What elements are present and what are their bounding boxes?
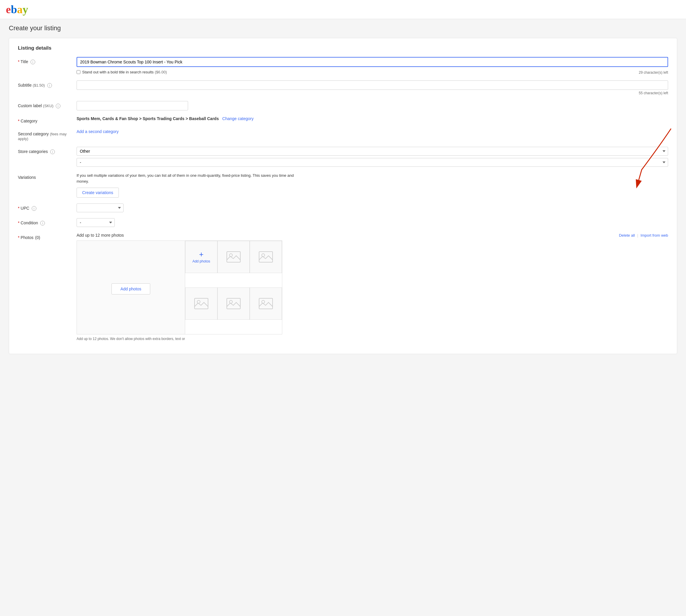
custom-label-info-icon[interactable]: i bbox=[56, 104, 61, 108]
condition-info-icon[interactable]: i bbox=[40, 221, 45, 225]
category-required-star: * bbox=[18, 118, 19, 123]
svg-point-2 bbox=[229, 254, 232, 257]
upc-row: * UPC i Does not apply bbox=[18, 203, 668, 212]
title-required-star: * bbox=[18, 59, 19, 64]
title-info-icon[interactable]: i bbox=[30, 60, 35, 64]
upc-dropdown[interactable]: Does not apply bbox=[76, 203, 123, 212]
upc-info-icon[interactable]: i bbox=[32, 206, 37, 211]
variations-label-text: Variations bbox=[18, 175, 36, 180]
svg-point-4 bbox=[262, 254, 265, 257]
condition-dropdown[interactable]: - New Like New Very Good Good Acceptable bbox=[76, 218, 115, 227]
svg-rect-3 bbox=[259, 251, 273, 262]
photos-label-text: Photos bbox=[21, 235, 33, 240]
logo-letter-y: y bbox=[23, 3, 28, 16]
add-photos-main-button[interactable]: Add photos bbox=[112, 283, 151, 294]
photo-thumb-1[interactable] bbox=[218, 241, 250, 273]
condition-required-star: * bbox=[18, 220, 19, 225]
import-from-web-link[interactable]: Import from web bbox=[641, 233, 668, 238]
store-categories-field: Other - bbox=[76, 147, 668, 167]
title-label-text: Title bbox=[21, 59, 28, 64]
photo-thumb-2[interactable] bbox=[250, 241, 282, 273]
logo-letter-e: e bbox=[6, 3, 11, 16]
photo-placeholder-icon-3 bbox=[194, 298, 209, 309]
logo-letter-b: b bbox=[11, 3, 17, 16]
upc-label-text: UPC bbox=[21, 206, 29, 211]
photo-thumb-add[interactable]: + Add photos bbox=[185, 241, 218, 273]
bold-title-price: ($6.00) bbox=[155, 70, 167, 74]
subtitle-chars-left: 55 character(s) left bbox=[76, 91, 668, 95]
second-category-row: Second category (fees may apply) Add a s… bbox=[18, 129, 668, 141]
custom-label-text: Custom label bbox=[18, 103, 42, 108]
photo-thumb-5[interactable] bbox=[250, 287, 282, 320]
variations-label: Variations bbox=[18, 173, 76, 180]
delete-all-link[interactable]: Delete all bbox=[619, 233, 635, 238]
subtitle-input[interactable] bbox=[76, 81, 668, 90]
photos-count: (0) bbox=[35, 235, 40, 240]
store-category-dropdown-1[interactable]: Other bbox=[76, 147, 668, 156]
store-categories-label-text: Store categories bbox=[18, 149, 48, 154]
bold-title-row: Stand out with a bold title in search re… bbox=[76, 69, 668, 74]
create-variations-button[interactable]: Create variations bbox=[76, 188, 119, 198]
logo-letter-a: a bbox=[17, 3, 23, 16]
photo-thumbnails-grid: + Add photos bbox=[185, 240, 282, 334]
photos-label: * Photos (0) bbox=[18, 233, 76, 240]
condition-label-text: Condition bbox=[21, 220, 38, 225]
header: e b a y bbox=[0, 0, 686, 19]
photos-header: Add up to 12 more photos Delete all | Im… bbox=[76, 233, 668, 238]
category-label: * Category bbox=[18, 116, 76, 123]
title-row: * Title i Stand out with a bold title in… bbox=[18, 57, 668, 74]
main-content: Listing details * Title i Stand out with… bbox=[0, 35, 686, 363]
svg-rect-9 bbox=[259, 298, 273, 309]
subtitle-info-icon[interactable]: i bbox=[47, 83, 52, 88]
svg-point-8 bbox=[229, 300, 232, 303]
store-categories-label: Store categories i bbox=[18, 147, 76, 154]
add-photos-thumb-label: Add photos bbox=[192, 259, 210, 263]
bold-title-label: Stand out with a bold title in search re… bbox=[82, 70, 154, 74]
svg-rect-5 bbox=[195, 298, 208, 309]
photos-row: * Photos (0) Add up to 12 more photos De… bbox=[18, 233, 668, 341]
upc-label: * UPC i bbox=[18, 203, 76, 211]
section-title: Listing details bbox=[18, 45, 668, 51]
photo-placeholder-icon-2 bbox=[258, 251, 273, 263]
photo-thumb-3[interactable] bbox=[185, 287, 218, 320]
store-categories-info-icon[interactable]: i bbox=[50, 150, 55, 154]
store-category-dropdown-2[interactable]: - bbox=[76, 158, 668, 167]
store-categories-group: Other - bbox=[76, 147, 668, 167]
custom-label-field bbox=[76, 101, 668, 110]
photo-thumb-4[interactable] bbox=[218, 287, 250, 320]
variations-row: Variations If you sell multiple variatio… bbox=[18, 173, 668, 198]
second-category-field: Add a second category bbox=[76, 129, 668, 134]
condition-label: * Condition i bbox=[18, 218, 76, 225]
title-chars-left: 29 character(s) left bbox=[639, 70, 668, 74]
photos-note: Add up to 12 photos. We don't allow phot… bbox=[76, 337, 668, 341]
add-photos-plus-icon: + bbox=[199, 250, 203, 258]
svg-rect-7 bbox=[227, 298, 240, 309]
second-category-label: Second category (fees may apply) bbox=[18, 129, 76, 141]
category-row: * Category Sports Mem, Cards & Fan Shop … bbox=[18, 116, 668, 123]
custom-label-input[interactable] bbox=[76, 101, 188, 110]
page-title: Create your listing bbox=[0, 19, 686, 35]
photos-required-star: * bbox=[18, 235, 19, 240]
second-category-label-text: Second category bbox=[18, 132, 49, 136]
category-value: Sports Mem, Cards & Fan Shop > Sports Tr… bbox=[76, 116, 219, 121]
photos-grid-wrapper: Add photos + Add photos bbox=[76, 240, 668, 334]
category-field: Sports Mem, Cards & Fan Shop > Sports Tr… bbox=[76, 116, 668, 121]
photo-main-area[interactable]: Add photos bbox=[76, 240, 185, 334]
change-category-link[interactable]: Change category bbox=[222, 116, 254, 121]
photo-placeholder-icon-5 bbox=[258, 298, 273, 309]
bold-title-checkbox[interactable] bbox=[76, 70, 81, 74]
svg-rect-1 bbox=[227, 251, 240, 262]
upc-required-star: * bbox=[18, 206, 19, 211]
title-input[interactable] bbox=[76, 57, 668, 67]
add-second-category-link[interactable]: Add a second category bbox=[76, 129, 118, 134]
variations-field: If you sell multiple variations of your … bbox=[76, 173, 668, 198]
custom-label-label: Custom label (SKU) i bbox=[18, 101, 76, 108]
category-label-text: Category bbox=[21, 118, 37, 123]
subtitle-field: 55 character(s) left bbox=[76, 81, 668, 95]
photos-actions-sep: | bbox=[637, 233, 638, 238]
upc-field: Does not apply bbox=[76, 203, 668, 212]
title-field: Stand out with a bold title in search re… bbox=[76, 57, 668, 74]
store-categories-row: Store categories i Other - bbox=[18, 147, 668, 167]
photo-placeholder-icon-4 bbox=[226, 298, 241, 309]
photos-actions: Delete all | Import from web bbox=[619, 233, 668, 238]
